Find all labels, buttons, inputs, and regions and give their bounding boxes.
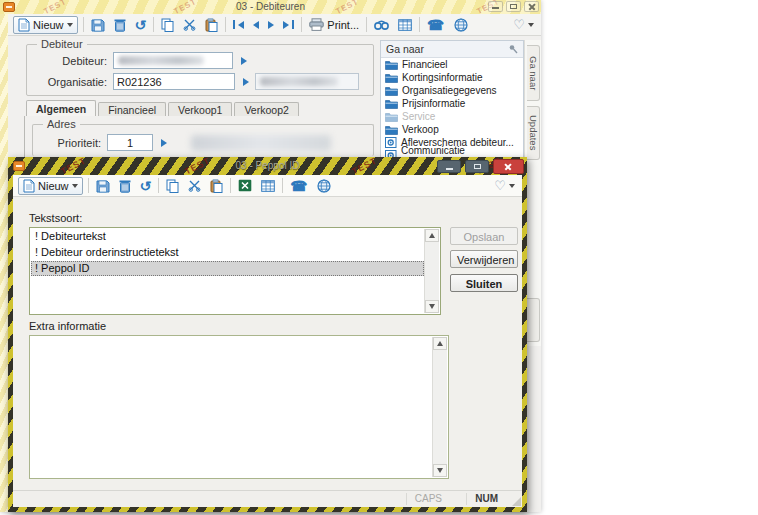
web-button[interactable] xyxy=(315,178,333,194)
list-item-peppol-id[interactable]: ! Peppol ID xyxy=(31,261,424,276)
ga-naar-item-verkoop[interactable]: Verkoop xyxy=(381,123,523,136)
list-item-debiteurtekst[interactable]: ! Debiteurtekst xyxy=(31,229,424,244)
num-indicator: NUM xyxy=(466,493,506,505)
side-tab-partial[interactable] xyxy=(527,298,540,342)
adres-group: Adres Prioriteit: xyxy=(32,124,374,156)
opslaan-button[interactable]: Opslaan xyxy=(450,227,518,245)
scroll-down-button[interactable] xyxy=(425,300,439,313)
phone-button[interactable]: ☎ xyxy=(288,179,309,193)
copy-icon xyxy=(161,18,174,32)
chevron-down-icon xyxy=(509,184,515,188)
grid-view-button[interactable] xyxy=(396,18,414,32)
textarea-scrollbar[interactable] xyxy=(432,337,447,477)
table-icon xyxy=(398,19,412,31)
paste-icon xyxy=(210,179,223,193)
delete-button[interactable] xyxy=(112,17,128,33)
close-button[interactable] xyxy=(493,159,524,174)
search-button[interactable] xyxy=(372,18,391,31)
item-label: Organisatiegegevens xyxy=(402,85,497,96)
maximize-button[interactable] xyxy=(465,160,489,173)
nav-first-button[interactable] xyxy=(231,19,246,30)
favorites-button[interactable]: ♡ xyxy=(492,179,517,193)
favorites-button[interactable]: ♡ xyxy=(511,18,536,32)
folder-icon xyxy=(385,124,398,135)
organisatie-name-field xyxy=(255,73,359,90)
toolbar-separator xyxy=(301,17,302,32)
minimize-button[interactable] xyxy=(437,160,461,173)
maximize-button[interactable] xyxy=(506,1,521,12)
prioriteit-input[interactable] xyxy=(107,134,153,151)
ga-naar-item-kortingsinformatie[interactable]: Kortingsinformatie xyxy=(381,71,523,84)
goto-debiteur-arrow-icon[interactable] xyxy=(241,57,247,65)
phone-button[interactable]: ☎ xyxy=(425,18,446,32)
list-item-orderinstructietekst[interactable]: ! Debiteur orderinstructietekst xyxy=(31,245,424,260)
ga-naar-item-financieel[interactable]: Financieel xyxy=(381,58,523,71)
undo-button[interactable]: ↺ xyxy=(138,179,154,193)
folder-icon xyxy=(385,98,398,109)
resize-grip[interactable] xyxy=(512,497,521,506)
redacted-value xyxy=(260,77,338,86)
undo-button[interactable]: ↺ xyxy=(133,18,149,32)
desktop: TEST TEST TEST TEST 03 - Debiteuren Nieu… xyxy=(0,0,758,515)
save-button[interactable] xyxy=(94,178,112,194)
paste-button[interactable] xyxy=(208,178,225,194)
sluiten-button[interactable]: Sluiten xyxy=(450,274,518,292)
tekstsoort-listbox[interactable]: ! Debiteurtekst ! Debiteur orderinstruct… xyxy=(29,227,441,315)
window-title: 03 - Debiteuren xyxy=(0,1,541,12)
settings-icon xyxy=(385,137,397,148)
nav-next-button[interactable] xyxy=(266,20,276,30)
side-tab-ga-naar[interactable]: Ga naar xyxy=(527,45,540,101)
statusbar: CAPS NUM xyxy=(13,490,522,507)
ga-naar-title: Ga naar xyxy=(386,43,424,55)
side-tab-updates[interactable]: Updates xyxy=(527,106,540,160)
heart-icon: ♡ xyxy=(494,180,506,192)
save-icon xyxy=(96,179,110,193)
cut-button[interactable] xyxy=(181,17,198,32)
ga-naar-item-organisatiegegevens[interactable]: Organisatiegegevens xyxy=(381,84,523,97)
goto-organisatie-arrow-icon[interactable] xyxy=(243,78,249,86)
scroll-down-button[interactable] xyxy=(433,464,447,477)
toolbar-peppol: Nieuw ↺ xyxy=(13,175,522,197)
globe-icon xyxy=(454,18,468,32)
verwijderen-button[interactable]: Verwijderen xyxy=(450,250,518,268)
folder-icon xyxy=(385,111,398,122)
nieuw-button[interactable]: Nieuw xyxy=(18,177,83,195)
cut-button[interactable] xyxy=(186,178,203,193)
listbox-scrollbar[interactable] xyxy=(424,229,439,313)
window-frame-left xyxy=(0,14,8,512)
nieuw-button[interactable]: Nieuw xyxy=(13,16,78,34)
save-button[interactable] xyxy=(89,17,107,33)
paste-button[interactable] xyxy=(203,17,220,33)
arrow-down-icon xyxy=(429,304,435,309)
titlebar-debiteuren[interactable]: TEST TEST TEST TEST 03 - Debiteuren xyxy=(0,0,541,14)
phone-icon: ☎ xyxy=(290,180,307,192)
titlebar-peppol[interactable]: TEST TEST TEST TEST 03 - Peppol ID xyxy=(8,157,527,175)
minimize-button[interactable] xyxy=(488,1,503,12)
copy-button[interactable] xyxy=(164,178,181,194)
web-button[interactable] xyxy=(452,17,470,33)
phone-icon: ☎ xyxy=(427,19,444,31)
scroll-up-button[interactable] xyxy=(433,337,447,350)
copy-button[interactable] xyxy=(159,17,176,33)
goto-adres-arrow-icon[interactable] xyxy=(161,139,167,147)
nav-prev-button[interactable] xyxy=(251,20,261,30)
item-label: Kortingsinformatie xyxy=(402,72,483,83)
close-button[interactable] xyxy=(524,1,539,12)
delete-button[interactable] xyxy=(117,178,133,194)
ga-naar-panel: Ga naar Financieel Kortingsinformatie Or… xyxy=(380,40,524,162)
export-excel-button[interactable] xyxy=(236,178,254,193)
binoculars-icon xyxy=(374,19,389,30)
excel-icon xyxy=(238,179,252,192)
pin-icon[interactable] xyxy=(508,44,518,54)
print-button[interactable]: Print... xyxy=(307,17,361,32)
ga-naar-item-prijsinformatie[interactable]: Prijsinformatie xyxy=(381,97,523,110)
nav-last-button[interactable] xyxy=(281,19,296,30)
organisatie-input[interactable] xyxy=(113,73,235,90)
debiteur-input[interactable] xyxy=(113,52,233,69)
extra-informatie-textarea[interactable] xyxy=(29,335,449,479)
grid-view-button[interactable] xyxy=(259,179,277,193)
scroll-up-button[interactable] xyxy=(425,229,439,242)
printer-icon xyxy=(309,18,324,31)
chevron-down-icon xyxy=(67,23,73,27)
nav-last-icon xyxy=(292,20,294,29)
